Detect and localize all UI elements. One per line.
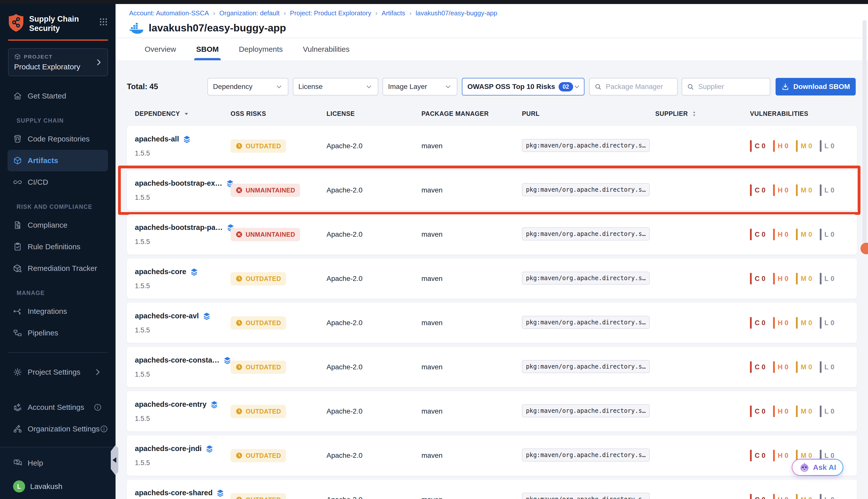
dependency-version: 1.5.5 xyxy=(135,282,231,290)
sidebar-bottom: Help L Lavakush xyxy=(0,447,115,499)
vertical-scrollbar[interactable] xyxy=(863,20,867,254)
column-header-purl: PURL xyxy=(522,110,655,117)
sort-updown-icon[interactable] xyxy=(691,111,697,117)
table-row[interactable]: apacheds-core-jndi 1.5.5 OUTDATED Apache… xyxy=(127,436,857,476)
package-manager-search-input[interactable] xyxy=(605,82,673,91)
tab-deployments[interactable]: Deployments xyxy=(239,38,283,60)
package-manager: maven xyxy=(421,496,522,499)
license: Apache-2.0 xyxy=(326,275,421,283)
table-row[interactable]: apacheds-core 1.5.5 OUTDATED Apache-2.0 … xyxy=(127,258,857,299)
purl-value[interactable]: pkg:maven/org.apache.directory.s… xyxy=(522,316,650,329)
sidebar-item-help[interactable]: Help xyxy=(8,452,108,474)
sidebar-item-artifacts[interactable]: Artifacts xyxy=(8,150,108,171)
breadcrumb-link[interactable]: lavakush07/easy-buggy-app xyxy=(416,9,497,17)
dependency-filter-dropdown[interactable]: Dependency xyxy=(208,78,288,96)
purl-value[interactable]: pkg:maven/org.apache.directory.s… xyxy=(522,493,650,499)
sidebar-item-code-repositories[interactable]: Code Repositories xyxy=(8,128,108,150)
tab-sbom[interactable]: SBOM xyxy=(196,38,219,60)
sidebar-item-pipelines[interactable]: Pipelines xyxy=(8,322,108,344)
table-row[interactable]: apacheds-core-consta… 1.5.5 OUTDATED Apa… xyxy=(127,347,857,387)
table-row[interactable]: apacheds-core-entry 1.5.5 OUTDATED Apach… xyxy=(127,391,857,431)
dependency-version: 1.5.5 xyxy=(135,415,231,423)
repo-icon xyxy=(13,134,22,144)
vuln-low: L 0 xyxy=(820,229,834,240)
dependency-name: apacheds-core-shared xyxy=(135,489,212,497)
vuln-high: H 0 xyxy=(773,229,789,240)
purl-value[interactable]: pkg:maven/org.apache.directory.s… xyxy=(522,227,650,241)
user-menu[interactable]: L Lavakush xyxy=(8,480,108,492)
vuln-high: H 0 xyxy=(773,273,789,284)
window-top-strip xyxy=(0,0,868,4)
table-row[interactable]: apacheds-all 1.5.5 OUTDATED Apache-2.0 m… xyxy=(127,126,857,166)
column-header-supplier[interactable]: SUPPLIER xyxy=(655,110,750,117)
sidebar-item-organization-settings[interactable]: Organization Settings xyxy=(8,418,108,440)
purl-value[interactable]: pkg:maven/org.apache.directory.s… xyxy=(522,404,650,417)
download-sbom-button[interactable]: Download SBOM xyxy=(776,78,856,96)
vulnerability-counts: C 0 H 0 M 0 xyxy=(750,140,854,152)
image-layer-filter-dropdown[interactable]: Image Layer xyxy=(383,78,457,96)
breadcrumb-link[interactable]: Artifacts xyxy=(382,9,405,17)
column-header-license: LICENSE xyxy=(326,110,421,117)
vulnerability-counts: C 0 H 0 M 0 xyxy=(750,273,854,284)
vulnerability-counts: C 0 H 0 M 0 xyxy=(750,229,854,240)
table-row[interactable]: apacheds-bootstrap-ex… 1.5.5 UNMAINTAINE… xyxy=(127,170,857,210)
dependency-name: apacheds-bootstrap-pa… xyxy=(135,223,223,232)
vuln-low: L 0 xyxy=(820,273,834,284)
sidebar-item-integrations[interactable]: Integrations xyxy=(8,301,108,322)
sidebar-item-ci-cd[interactable]: CI/CD xyxy=(8,171,108,193)
layers-icon xyxy=(183,135,191,144)
vulnerability-counts: C 0 H 0 M 0 xyxy=(750,317,854,329)
clipboard-icon xyxy=(13,242,22,251)
table-row[interactable]: apacheds-core-shared 1.5.5 OUTDATED Apac… xyxy=(127,480,857,499)
vuln-medium: M 0 xyxy=(796,273,812,284)
home-icon xyxy=(13,92,22,100)
oss-risk-badge: OUTDATED xyxy=(231,139,286,153)
tab-vulnerabilities[interactable]: Vulnerabilities xyxy=(303,38,350,60)
table-row[interactable]: apacheds-bootstrap-pa… 1.5.5 UNMAINTAINE… xyxy=(127,214,857,255)
license: Apache-2.0 xyxy=(326,186,421,194)
project-selector[interactable]: PROJECT Product Exploratory xyxy=(8,48,108,76)
supplier-search-input[interactable] xyxy=(698,82,765,91)
column-header-dependency[interactable]: DEPENDENCY xyxy=(135,110,231,117)
license: Apache-2.0 xyxy=(326,407,421,415)
ask-ai-button[interactable]: Ask AI xyxy=(792,459,843,476)
sort-desc-icon[interactable] xyxy=(183,111,190,117)
apps-grid-icon[interactable] xyxy=(99,16,108,27)
purl-value[interactable]: pkg:maven/org.apache.directory.s… xyxy=(522,183,650,196)
vuln-low: L 0 xyxy=(820,317,834,329)
purl-value[interactable]: pkg:maven/org.apache.directory.s… xyxy=(522,139,650,152)
purl-value[interactable]: pkg:maven/org.apache.directory.s… xyxy=(522,272,650,285)
app-title: Supply Chain Security xyxy=(29,14,99,33)
owasp-filter-dropdown[interactable]: OWASP OSS Top 10 Risks 02 xyxy=(462,78,584,96)
purl-value[interactable]: pkg:maven/org.apache.directory.s… xyxy=(522,449,650,462)
edge-notification-dot[interactable] xyxy=(860,243,868,254)
table-row[interactable]: apacheds-core-avl 1.5.5 OUTDATED Apache-… xyxy=(127,303,857,343)
license: Apache-2.0 xyxy=(326,363,421,371)
sidebar-item-account-settings[interactable]: Account Settings xyxy=(8,397,108,418)
breadcrumb-separator: › xyxy=(213,9,215,17)
breadcrumb-link[interactable]: Organization: default xyxy=(219,9,280,17)
license: Apache-2.0 xyxy=(326,451,421,460)
ban-icon xyxy=(236,187,243,194)
chevron-right-icon xyxy=(95,58,103,66)
tab-overview[interactable]: Overview xyxy=(145,38,176,60)
highlight-box: apacheds-bootstrap-ex… 1.5.5 UNMAINTAINE… xyxy=(118,166,860,215)
clock-icon xyxy=(236,408,243,415)
package-manager: maven xyxy=(421,319,522,327)
breadcrumb-link[interactable]: Project: Product Exploratory xyxy=(290,9,371,17)
sidebar-item-project-settings[interactable]: Project Settings xyxy=(8,361,108,383)
sidebar-item-get-started[interactable]: Get Started xyxy=(8,85,108,107)
layers-icon xyxy=(190,268,198,276)
purl-value[interactable]: pkg:maven/org.apache.directory.s… xyxy=(522,360,650,373)
chevron-down-icon xyxy=(365,83,373,90)
vuln-medium: M 0 xyxy=(796,140,812,152)
cube-icon xyxy=(13,156,22,165)
sidebar-item-remediation-tracker[interactable]: Remediation Tracker xyxy=(8,257,108,279)
sidebar-item-compliance[interactable]: Compliance xyxy=(8,214,108,236)
sidebar-item-rule-definitions[interactable]: Rule Definitions xyxy=(8,236,108,257)
sidebar-settings: Project Settings Account Settings Organi… xyxy=(0,361,115,440)
license-filter-dropdown[interactable]: License xyxy=(293,78,378,96)
breadcrumb-link[interactable]: Account: Automation-SSCA xyxy=(129,9,209,17)
search-icon xyxy=(687,83,694,90)
dependency-version: 1.5.5 xyxy=(135,238,231,246)
